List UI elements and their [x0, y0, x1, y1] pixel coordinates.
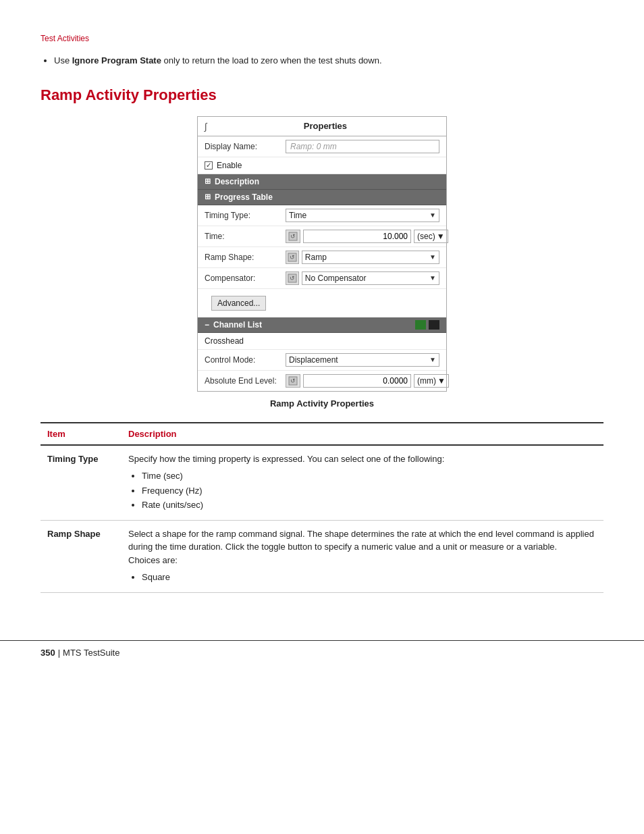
- compensator-toggle[interactable]: ↺: [286, 271, 299, 285]
- timing-type-select[interactable]: Time ▼: [286, 209, 439, 222]
- svg-text:↺: ↺: [290, 233, 296, 240]
- table-bullet-item: Frequency (Hz): [142, 484, 597, 498]
- channel-list-label-group: − Channel List: [205, 320, 262, 330]
- time-row: Time: ↺ (sec) ▼: [198, 226, 446, 247]
- time-unit-selector[interactable]: (sec) ▼: [414, 230, 448, 243]
- page-number: 350: [41, 648, 55, 658]
- description-table: Item Description Timing TypeSpecify how …: [41, 422, 603, 593]
- bullet-bold-text: Ignore Program State: [72, 55, 161, 66]
- timing-type-arrow: ▼: [429, 211, 436, 219]
- compensator-label: Compensator:: [205, 273, 286, 283]
- table-bullet-item: Rate (units/sec): [142, 498, 597, 512]
- table-desc-text: Select a shape for the ramp command sign…: [128, 529, 594, 552]
- abs-end-input[interactable]: [303, 374, 411, 388]
- channel-list-label: Channel List: [213, 320, 262, 330]
- description-collapsible-row[interactable]: ⊞ Description: [198, 174, 446, 190]
- table-sub-bullets: Square: [128, 571, 597, 584]
- time-toggle-button[interactable]: ↺: [286, 230, 300, 243]
- control-mode-selected: Displacement: [289, 355, 338, 365]
- timing-type-row: Timing Type: Time ▼: [198, 205, 446, 226]
- page-footer: 350 | MTS TestSuite: [0, 640, 644, 664]
- enable-label: Enable: [217, 161, 242, 170]
- progress-table-label: Progress Table: [215, 192, 273, 202]
- svg-text:↺: ↺: [290, 275, 295, 282]
- enable-checkbox[interactable]: ✓: [205, 161, 213, 170]
- ramp-shape-toggle[interactable]: ↺: [286, 251, 299, 264]
- abs-end-toggle-icon: ↺: [288, 376, 298, 386]
- time-input[interactable]: [303, 230, 411, 243]
- channel-list-collapse-icon[interactable]: −: [205, 320, 209, 330]
- breadcrumb: Test Activities: [41, 34, 603, 43]
- table-cell-desc: Select a shape for the ramp command sign…: [122, 520, 603, 592]
- advanced-row: Advanced...: [198, 289, 446, 317]
- compensator-select[interactable]: No Compensator ▼: [302, 271, 439, 285]
- abs-end-label: Absolute End Level:: [205, 376, 286, 386]
- breadcrumb-label: Test Activities: [41, 34, 89, 43]
- compensator-row: Compensator: ↺ No Compensator ▼: [198, 268, 446, 289]
- control-mode-arrow: ▼: [429, 356, 436, 363]
- table-cell-item: Ramp Shape: [41, 520, 122, 592]
- time-value-group: ↺ (sec) ▼: [286, 230, 448, 243]
- bullet-section: Use Ignore Program State only to return …: [41, 54, 603, 68]
- ramp-shape-select[interactable]: Ramp ▼: [302, 251, 439, 264]
- display-name-row: Display Name:: [198, 136, 446, 157]
- table-row: Ramp ShapeSelect a shape for the ramp co…: [41, 520, 603, 592]
- fig-caption: Ramp Activity Properties: [41, 398, 603, 409]
- control-mode-select[interactable]: Displacement ▼: [286, 353, 439, 367]
- display-name-input[interactable]: [286, 140, 439, 153]
- progress-table-collapsible-row[interactable]: ⊞ Progress Table: [198, 190, 446, 205]
- progress-expand-icon: ⊞: [205, 192, 211, 201]
- ramp-shape-value-group: ↺ Ramp ▼: [286, 251, 439, 264]
- advanced-button[interactable]: Advanced...: [211, 296, 266, 311]
- table-desc-extra: Choices are:: [128, 555, 178, 565]
- description-label: Description: [215, 177, 259, 186]
- display-name-value: [286, 140, 439, 153]
- ramp-shape-toggle-icon: ↺: [288, 253, 297, 262]
- control-mode-row: Control Mode: Displacement ▼: [198, 350, 446, 371]
- enable-row: ✓ Enable: [198, 157, 446, 174]
- table-desc-text: Specify how the timing property is expre…: [128, 454, 444, 464]
- abs-end-level-row: Absolute End Level: ↺ (mm) ▼: [198, 371, 446, 391]
- bullet-item: Use Ignore Program State only to return …: [54, 54, 603, 68]
- channel-icons-group: [415, 320, 439, 330]
- time-unit-label: (sec): [417, 232, 435, 241]
- description-expand-icon: ⊞: [205, 177, 211, 186]
- props-title-text: Properties: [211, 121, 439, 131]
- timing-type-value: Time ▼: [286, 209, 439, 222]
- section-heading: Ramp Activity Properties: [41, 86, 603, 104]
- abs-end-value-group: ↺ (mm) ▼: [286, 374, 449, 388]
- display-name-label: Display Name:: [205, 142, 286, 151]
- abs-end-unit-selector[interactable]: (mm) ▼: [414, 374, 449, 388]
- ramp-shape-row: Ramp Shape: ↺ Ramp ▼: [198, 247, 446, 268]
- time-label: Time:: [205, 232, 286, 241]
- channel-icon-green[interactable]: [415, 320, 426, 330]
- table-cell-desc: Specify how the timing property is expre…: [122, 445, 603, 521]
- svg-text:↺: ↺: [290, 254, 295, 261]
- bullet-text-before: Use: [54, 55, 72, 66]
- table-col-desc: Description: [122, 423, 603, 445]
- compensator-toggle-icon: ↺: [288, 273, 297, 283]
- timing-type-selected: Time: [289, 211, 306, 220]
- channel-list-header: − Channel List: [198, 317, 446, 333]
- table-bullet-item: Time (sec): [142, 469, 597, 483]
- time-unit-arrow: ▼: [437, 232, 445, 241]
- timing-type-label: Timing Type:: [205, 211, 286, 220]
- properties-panel: ∫ Properties Display Name: ✓ Enable ⊞ De…: [197, 116, 447, 392]
- footer-product: MTS TestSuite: [63, 648, 119, 658]
- compensator-selected: No Compensator: [305, 273, 367, 283]
- svg-text:↺: ↺: [290, 377, 296, 384]
- ramp-shape-selected: Ramp: [305, 253, 327, 262]
- table-cell-item: Timing Type: [41, 445, 122, 521]
- compensator-arrow: ▼: [429, 274, 436, 282]
- ramp-shape-label: Ramp Shape:: [205, 253, 286, 262]
- table-row: Timing TypeSpecify how the timing proper…: [41, 445, 603, 521]
- crosshead-label: Crosshead: [205, 336, 244, 346]
- footer-separator: |: [58, 648, 60, 658]
- table-sub-bullets: Time (sec)Frequency (Hz)Rate (units/sec): [128, 469, 597, 512]
- channel-icon-dark[interactable]: [429, 320, 439, 330]
- crosshead-row: Crosshead: [198, 333, 446, 350]
- table-bullet-item: Square: [142, 571, 597, 584]
- time-toggle-icon: ↺: [288, 232, 298, 241]
- abs-end-toggle[interactable]: ↺: [286, 374, 300, 388]
- props-title-bar: ∫ Properties: [198, 117, 446, 136]
